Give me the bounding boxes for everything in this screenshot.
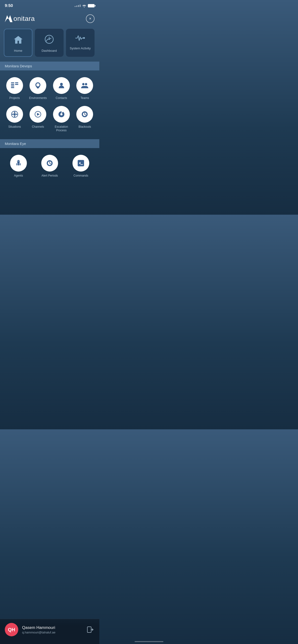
svg-point-13	[82, 83, 84, 85]
close-button[interactable]: ×	[86, 14, 95, 23]
agents-label: Agents	[14, 174, 23, 178]
eye-title: Monitara Eye	[5, 142, 26, 146]
dashboard-icon	[44, 34, 54, 46]
alert-periods-label: Alert Periods	[42, 174, 58, 178]
status-icons	[75, 4, 95, 8]
commands-label: Commands	[73, 174, 88, 178]
svg-point-36	[19, 161, 20, 162]
svg-rect-32	[20, 163, 21, 165]
nav-card-home[interactable]: Home	[4, 29, 32, 57]
activity-icon	[75, 34, 85, 44]
svg-point-20	[60, 113, 62, 115]
blackouts-item[interactable]: Blackouts	[74, 106, 96, 132]
channels-label: Channels	[32, 125, 44, 129]
battery-icon	[88, 4, 95, 8]
projects-item[interactable]: Projects	[4, 77, 26, 100]
svg-marker-18	[37, 113, 40, 116]
app-header: onitara ×	[0, 10, 99, 29]
nav-card-system-activity[interactable]: System Activity	[66, 29, 95, 57]
svg-rect-11	[15, 84, 18, 85]
contacts-label: Contacts	[56, 96, 67, 100]
svg-point-27	[84, 114, 85, 114]
environments-item[interactable]: Environments	[27, 77, 49, 100]
svg-rect-6	[11, 82, 14, 84]
projects-label: Projects	[9, 96, 20, 100]
svg-point-35	[18, 161, 18, 162]
svg-point-22	[62, 111, 63, 112]
svg-point-16	[14, 113, 16, 115]
svg-rect-7	[11, 84, 14, 85]
blackouts-label: Blackouts	[78, 125, 91, 129]
home-icon	[14, 35, 23, 46]
teams-icon-circle	[76, 77, 93, 94]
situations-item[interactable]: Situations	[4, 106, 26, 132]
svg-rect-9	[11, 87, 14, 88]
contacts-icon-circle	[53, 77, 70, 94]
environments-icon-circle	[30, 77, 46, 94]
nav-card-dashboard[interactable]: Dashboard	[35, 29, 63, 57]
projects-icon-circle	[6, 77, 23, 94]
svg-rect-10	[15, 82, 18, 84]
status-bar: 9:50	[0, 0, 99, 10]
svg-point-41	[49, 163, 50, 164]
svg-marker-1	[5, 15, 9, 22]
devops-grid: Projects Environments Contacts	[0, 70, 99, 139]
nav-cards: Home Dashboard System Activity	[0, 29, 99, 62]
svg-point-5	[83, 38, 85, 39]
svg-point-12	[60, 83, 63, 86]
logo: onitara	[5, 15, 35, 22]
escalation-item[interactable]: Escalation Process	[51, 106, 72, 132]
situations-label: Situations	[8, 125, 21, 129]
svg-marker-2	[9, 15, 13, 22]
nav-card-home-label: Home	[14, 49, 22, 52]
agents-icon-circle	[10, 155, 27, 172]
svg-rect-34	[17, 162, 20, 164]
alert-periods-icon-circle	[41, 155, 58, 172]
commands-icon-circle	[72, 155, 89, 172]
logo-text: onitara	[14, 15, 35, 22]
devops-section-header: Monitara Devops	[0, 62, 99, 70]
nav-card-dashboard-label: Dashboard	[42, 49, 57, 52]
channels-icon-circle	[30, 106, 46, 123]
signal-icon	[75, 4, 81, 7]
main-content: Monitara Devops Projects	[0, 62, 99, 213]
situations-icon-circle	[6, 106, 23, 123]
teams-label: Teams	[81, 96, 89, 100]
blackouts-icon-circle	[76, 106, 93, 123]
logo-icon	[5, 15, 13, 22]
channels-item[interactable]: Channels	[27, 106, 49, 132]
contacts-item[interactable]: Contacts	[51, 77, 72, 100]
nav-card-activity-label: System Activity	[70, 46, 91, 50]
wifi-icon	[82, 4, 86, 8]
devops-title: Monitara Devops	[5, 64, 32, 68]
svg-point-14	[85, 83, 87, 85]
commands-item[interactable]: Commands	[66, 155, 95, 178]
alert-periods-item[interactable]: Alert Periods	[35, 155, 64, 178]
escalation-icon-circle	[53, 106, 70, 123]
environments-label: Environments	[29, 96, 47, 100]
escalation-label: Escalation Process	[51, 125, 72, 132]
agents-item[interactable]: Agents	[4, 155, 33, 178]
teams-item[interactable]: Teams	[74, 77, 96, 100]
svg-rect-8	[11, 86, 14, 86]
svg-rect-42	[78, 160, 84, 166]
eye-section-header: Monitara Eye	[0, 139, 99, 148]
svg-rect-31	[17, 163, 18, 165]
eye-grid: Agents Alert Periods	[0, 148, 99, 184]
status-time: 9:50	[5, 3, 13, 8]
